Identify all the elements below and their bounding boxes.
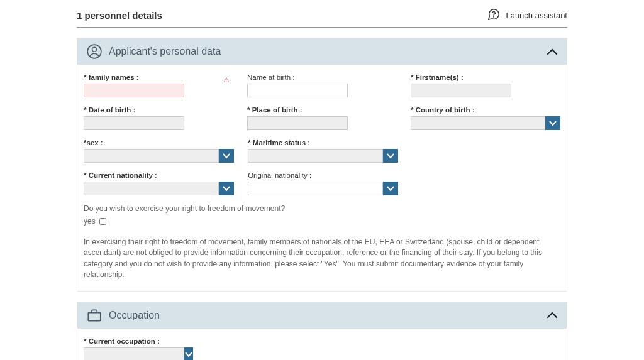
family-names-label: * family names : — [84, 74, 233, 81]
firstnames-input[interactable] — [411, 84, 511, 97]
page-title: 1 personnel details — [77, 10, 162, 21]
maritime-status-input[interactable] — [248, 149, 383, 163]
original-nationality-label: Original nationality : — [248, 172, 398, 179]
current-occupation-dropdown[interactable] — [184, 347, 193, 360]
place-of-birth-label: * Place of birth : — [247, 106, 397, 114]
current-nationality-input[interactable] — [84, 182, 219, 195]
date-of-birth-input[interactable] — [84, 116, 184, 130]
section-personal-header[interactable]: Applicant's personal data — [77, 38, 567, 65]
launch-assistant-label: Launch assistant — [506, 11, 567, 20]
original-nationality-input[interactable] — [248, 182, 383, 195]
section-personal-title: Applicant's personal data — [109, 46, 547, 57]
section-occupation-body: * Current occupation : — [77, 329, 567, 360]
svg-point-2 — [92, 47, 97, 52]
yes-label: yes — [84, 217, 96, 226]
chat-help-icon — [487, 8, 501, 23]
original-nationality-dropdown[interactable] — [383, 182, 398, 195]
svg-point-0 — [494, 16, 494, 17]
sex-label: *sex : — [84, 139, 234, 146]
yes-checkbox-row: yes — [84, 217, 560, 226]
current-nationality-dropdown[interactable] — [219, 182, 234, 195]
sex-dropdown[interactable] — [219, 149, 234, 163]
freedom-question: Do you wish to exercise your right to fr… — [84, 204, 560, 213]
section-personal-body: * family names : ⚠ Name at birth : * Fir… — [77, 65, 567, 291]
maritime-status-label: * Maritime status : — [248, 139, 398, 146]
place-of-birth-input[interactable] — [247, 116, 348, 130]
name-at-birth-label: Name at birth : — [247, 74, 397, 81]
family-names-input[interactable] — [84, 84, 184, 97]
chevron-up-icon — [547, 308, 558, 322]
sex-input[interactable] — [84, 149, 219, 163]
freedom-yes-checkbox[interactable] — [99, 218, 106, 225]
name-at-birth-input[interactable] — [247, 84, 348, 97]
country-of-birth-label: * Country of birth : — [411, 106, 560, 114]
firstnames-label: * Firstname(s) : — [411, 74, 560, 81]
maritime-status-dropdown[interactable] — [383, 149, 398, 163]
section-occupation-header[interactable]: Occupation — [77, 302, 567, 329]
chevron-up-icon — [547, 45, 558, 58]
briefcase-icon — [86, 307, 103, 324]
current-nationality-label: * Current nationality : — [84, 172, 234, 179]
person-icon — [86, 43, 103, 60]
current-occupation-label: * Current occupation : — [84, 337, 187, 345]
current-occupation-input[interactable] — [84, 347, 184, 360]
section-personal-data: Applicant's personal data * family names… — [77, 38, 567, 292]
launch-assistant-button[interactable]: Launch assistant — [487, 8, 567, 23]
svg-rect-3 — [88, 312, 101, 320]
warning-icon: ⚠ — [223, 76, 230, 84]
freedom-info-text: In exercising their right to freedom of … — [84, 237, 560, 281]
date-of-birth-label: * Date of birth : — [84, 106, 233, 114]
country-of-birth-dropdown[interactable] — [545, 116, 560, 130]
section-occupation: Occupation * Current occupation : — [77, 302, 567, 360]
country-of-birth-input[interactable] — [411, 116, 545, 130]
section-occupation-title: Occupation — [109, 310, 547, 321]
page-header: 1 personnel details Launch assistant — [77, 8, 567, 28]
